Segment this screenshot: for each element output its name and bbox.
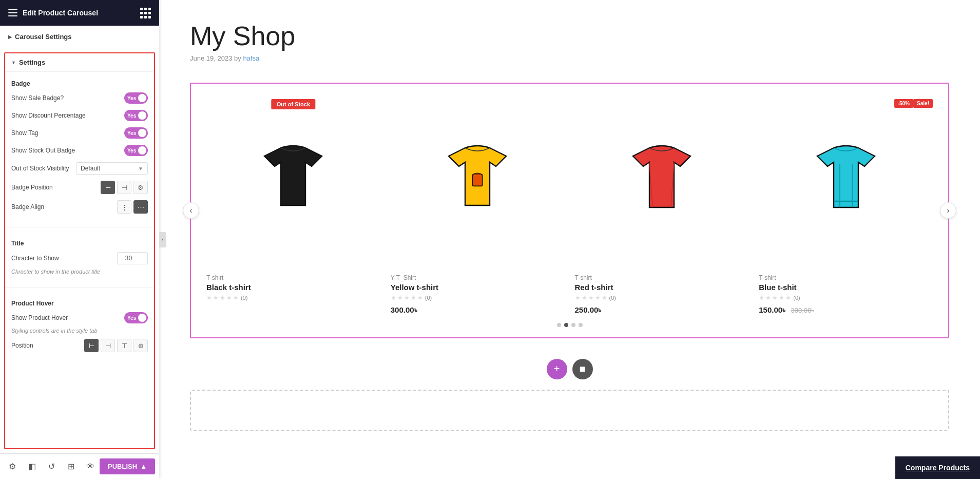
title-group: Title Chracter to Show Chracter to show … (5, 232, 154, 283)
left-panel: Edit Product Carousel Carousel Settings … (0, 0, 159, 479)
dot-1[interactable] (557, 323, 561, 327)
show-stock-out-label: Show Stock Out Badge (11, 147, 75, 154)
star1: ★ (391, 294, 396, 301)
carousel-settings-bar[interactable]: Carousel Settings (0, 26, 159, 48)
out-of-stock-label: Out of Stock Visibility (11, 165, 69, 172)
product-image-wrap-4: -50% Sale! (759, 94, 933, 268)
star1: ★ (206, 294, 212, 301)
badge-position-row: Badge Position ⊢ ⊣ ⚙ (11, 181, 148, 194)
product-name-4[interactable]: Blue t-shit (759, 283, 933, 292)
tshirt-svg-yellow (436, 140, 518, 222)
product-stars-3: ★ ★ ★ ★ ★ (0) (575, 294, 749, 301)
show-tag-label: Show Tag (11, 129, 38, 137)
carousel-next-btn[interactable]: › (940, 202, 956, 219)
star2: ★ (582, 294, 587, 301)
main-content: My Shop June 19, 2023 by hafsa ‹ › (159, 0, 980, 479)
badge-section-label: Badge (11, 80, 148, 87)
show-stock-out-toggle[interactable]: Yes (124, 145, 148, 156)
settings-header[interactable]: Settings (5, 53, 154, 72)
eye-icon[interactable]: 👁 (82, 458, 99, 475)
price-current-2: 300.00৳ (391, 305, 417, 314)
product-name-1[interactable]: Black t-shirt (206, 283, 380, 292)
history-icon[interactable]: ↺ (43, 458, 60, 475)
product-name-3[interactable]: Red t-shirt (575, 283, 749, 292)
product-name-2[interactable]: Yellow t-shirt (391, 283, 565, 292)
publish-button[interactable]: PUBLISH ▲ (100, 458, 155, 474)
show-tag-toggle[interactable]: Yes (124, 127, 148, 139)
review-count-1: (0) (241, 295, 247, 301)
position-label: Position (11, 342, 33, 349)
badge-align-horiz-btn[interactable]: ⋯ (133, 200, 148, 214)
product-price-3: 250.00৳ (575, 305, 749, 315)
review-count-4: (0) (793, 295, 800, 301)
show-product-hover-row: Show Product Hover Yes (11, 312, 148, 323)
dot-4[interactable] (579, 323, 583, 327)
carousel-dots (206, 323, 933, 327)
dot-3[interactable] (571, 323, 575, 327)
settings-label: Settings (19, 59, 45, 66)
product-card-2: Y-T_Shirt Yellow t-shirt ★ ★ ★ ★ ★ (0) 3… (391, 94, 565, 315)
shop-title: My Shop (190, 21, 949, 51)
product-hover-group: Product Hover Show Product Hover Yes Sty… (5, 292, 154, 361)
star4: ★ (779, 294, 784, 301)
show-sale-badge-row: Show Sale Badge? Yes (11, 92, 148, 104)
badge-position-right-btn[interactable]: ⊣ (117, 181, 131, 194)
product-category-2: Y-T_Shirt (391, 274, 565, 281)
char-to-show-input[interactable] (117, 252, 148, 264)
star5: ★ (233, 294, 239, 301)
badge-position-left-btn[interactable]: ⊢ (101, 181, 115, 194)
settings-section: Settings Badge Show Sale Badge? Yes Show… (4, 52, 155, 449)
position-left-btn[interactable]: ⊢ (84, 339, 99, 352)
product-category-4: T-shirt (759, 274, 933, 281)
publish-chevron-icon: ▲ (140, 463, 147, 470)
shop-meta: June 19, 2023 by hafsa (190, 54, 949, 62)
badge-position-buttons: ⊢ ⊣ ⚙ (101, 181, 148, 194)
char-to-show-label: Chracter to Show (11, 255, 59, 262)
product-price-4: 150.00৳ 300.00৳ (759, 305, 933, 315)
layers-icon[interactable]: ◧ (24, 458, 40, 475)
layout-icon[interactable]: ⊞ (63, 458, 79, 475)
product-price-2: 300.00৳ (391, 305, 565, 315)
badge-align-vert-btn[interactable]: ⋮ (117, 200, 131, 214)
badge-align-row: Badge Align ⋮ ⋯ (11, 200, 148, 214)
position-expand-btn[interactable]: ⊕ (133, 339, 148, 352)
product-card-3: T-shirt Red t-shirt ★ ★ ★ ★ ★ (0) 250.00… (575, 94, 749, 315)
svg-rect-0 (473, 175, 483, 186)
product-category-1: T-shirt (206, 274, 380, 281)
price-original-4: 300.00৳ (791, 306, 814, 314)
position-center-btn[interactable]: ⊣ (101, 339, 115, 352)
badge-position-custom-btn[interactable]: ⚙ (133, 181, 148, 194)
product-stars-2: ★ ★ ★ ★ ★ (0) (391, 294, 565, 301)
carousel-prev-btn[interactable]: ‹ (183, 202, 199, 219)
title-section-label: Title (11, 240, 148, 247)
review-count-3: (0) (609, 295, 616, 301)
position-down-btn[interactable]: ⊤ (117, 339, 131, 352)
hamburger-icon[interactable] (8, 9, 17, 16)
show-sale-badge-toggle[interactable]: Yes (124, 92, 148, 104)
floating-buttons: + ■ (190, 359, 949, 379)
product-image-1 (206, 94, 380, 268)
review-count-2: (0) (425, 295, 432, 301)
panel-title: Edit Product Carousel (23, 9, 98, 17)
price-current-4: 150.00৳ (759, 305, 785, 314)
char-hint: Chracter to show in the product title (11, 269, 148, 275)
show-product-hover-toggle[interactable]: Yes (124, 312, 148, 323)
settings-icon[interactable]: ⚙ (4, 458, 21, 475)
compare-products-bar[interactable]: Compare Products (895, 455, 980, 479)
stop-button[interactable]: ■ (572, 359, 593, 379)
add-block-button[interactable]: + (547, 359, 567, 379)
show-product-hover-label: Show Product Hover (11, 314, 68, 321)
collapse-panel-btn[interactable]: ‹ (159, 232, 166, 247)
show-sale-badge-label: Show Sale Badge? (11, 94, 64, 102)
out-of-stock-dropdown[interactable]: Default ▼ (76, 162, 148, 175)
product-image-wrap-3 (575, 94, 749, 268)
grid-menu-icon[interactable] (140, 8, 151, 18)
out-of-stock-badge-1: Out of Stock (272, 99, 315, 109)
shop-author-link[interactable]: hafsa (243, 54, 259, 62)
carousel-inner: Out of Stock T-shirt Black t-shirt ★ ★ ★… (206, 94, 933, 315)
product-image-4 (759, 94, 933, 268)
show-discount-toggle[interactable]: Yes (124, 110, 148, 121)
styling-hint: Styling controls are in the style tab (11, 328, 148, 334)
dot-2[interactable] (564, 323, 568, 327)
star4: ★ (595, 294, 601, 301)
